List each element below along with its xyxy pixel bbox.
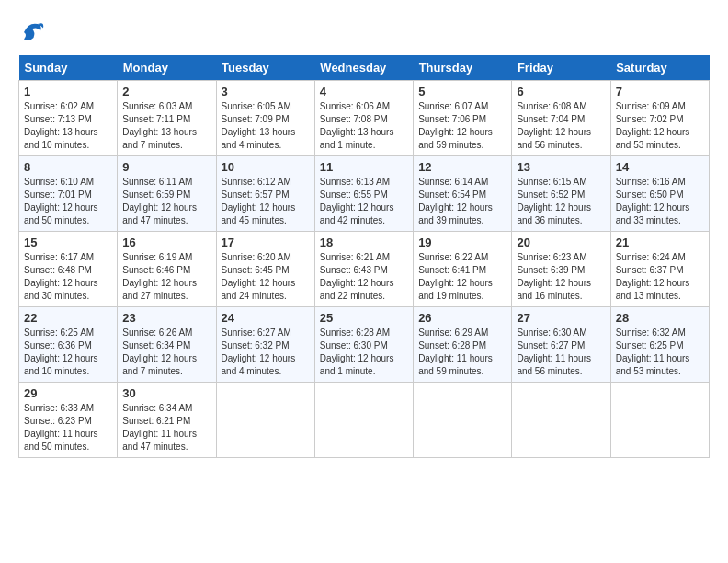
logo xyxy=(18,18,50,46)
calendar-day xyxy=(216,383,314,458)
calendar-day: 20Sunrise: 6:23 AM Sunset: 6:39 PM Dayli… xyxy=(512,232,610,307)
calendar-week-1: 1Sunrise: 6:02 AM Sunset: 7:13 PM Daylig… xyxy=(19,81,710,156)
calendar-week-5: 29Sunrise: 6:33 AM Sunset: 6:23 PM Dayli… xyxy=(19,383,710,458)
day-info: Sunrise: 6:27 AM Sunset: 6:32 PM Dayligh… xyxy=(222,327,310,378)
calendar-day: 17Sunrise: 6:20 AM Sunset: 6:45 PM Dayli… xyxy=(216,232,314,307)
calendar-day: 12Sunrise: 6:14 AM Sunset: 6:54 PM Dayli… xyxy=(414,156,512,232)
calendar-day: 4Sunrise: 6:06 AM Sunset: 7:08 PM Daylig… xyxy=(314,81,413,156)
day-number: 18 xyxy=(320,236,408,249)
day-number: 26 xyxy=(418,311,506,325)
day-number: 6 xyxy=(517,85,605,98)
calendar-week-3: 15Sunrise: 6:17 AM Sunset: 6:48 PM Dayli… xyxy=(19,232,710,307)
day-info: Sunrise: 6:12 AM Sunset: 6:57 PM Dayligh… xyxy=(222,176,310,227)
day-number: 13 xyxy=(517,160,605,174)
day-number: 19 xyxy=(418,236,506,249)
day-number: 8 xyxy=(24,160,112,174)
calendar-day: 2Sunrise: 6:03 AM Sunset: 7:11 PM Daylig… xyxy=(118,81,216,156)
day-number: 25 xyxy=(320,311,408,325)
day-info: Sunrise: 6:15 AM Sunset: 6:52 PM Dayligh… xyxy=(517,176,605,227)
column-header-saturday: Saturday xyxy=(610,55,709,81)
day-info: Sunrise: 6:13 AM Sunset: 6:55 PM Dayligh… xyxy=(320,176,408,227)
calendar-day: 13Sunrise: 6:15 AM Sunset: 6:52 PM Dayli… xyxy=(512,156,610,232)
calendar-day: 10Sunrise: 6:12 AM Sunset: 6:57 PM Dayli… xyxy=(216,156,314,232)
day-info: Sunrise: 6:19 AM Sunset: 6:46 PM Dayligh… xyxy=(122,251,210,303)
day-number: 29 xyxy=(24,386,112,400)
day-number: 3 xyxy=(222,85,310,98)
calendar-day: 6Sunrise: 6:08 AM Sunset: 7:04 PM Daylig… xyxy=(512,81,610,156)
calendar-header: SundayMondayTuesdayWednesdayThursdayFrid… xyxy=(19,55,710,81)
day-info: Sunrise: 6:10 AM Sunset: 7:01 PM Dayligh… xyxy=(24,176,112,227)
column-header-tuesday: Tuesday xyxy=(216,55,314,81)
calendar-day: 23Sunrise: 6:26 AM Sunset: 6:34 PM Dayli… xyxy=(118,307,216,383)
day-info: Sunrise: 6:05 AM Sunset: 7:09 PM Dayligh… xyxy=(222,100,310,152)
column-header-thursday: Thursday xyxy=(414,55,512,81)
day-number: 20 xyxy=(517,236,605,249)
day-number: 22 xyxy=(24,311,112,325)
calendar-day: 15Sunrise: 6:17 AM Sunset: 6:48 PM Dayli… xyxy=(19,232,118,307)
column-header-wednesday: Wednesday xyxy=(314,55,413,81)
day-info: Sunrise: 6:24 AM Sunset: 6:37 PM Dayligh… xyxy=(616,251,704,303)
day-info: Sunrise: 6:21 AM Sunset: 6:43 PM Dayligh… xyxy=(320,251,408,303)
calendar-table: SundayMondayTuesdayWednesdayThursdayFrid… xyxy=(18,55,710,458)
calendar-day: 21Sunrise: 6:24 AM Sunset: 6:37 PM Dayli… xyxy=(610,232,709,307)
day-info: Sunrise: 6:16 AM Sunset: 6:50 PM Dayligh… xyxy=(616,176,704,227)
day-number: 9 xyxy=(122,160,210,174)
column-header-sunday: Sunday xyxy=(19,55,118,81)
day-info: Sunrise: 6:23 AM Sunset: 6:39 PM Dayligh… xyxy=(517,251,605,303)
logo-bird-icon xyxy=(18,18,46,46)
page-header xyxy=(18,18,710,46)
calendar-day: 25Sunrise: 6:28 AM Sunset: 6:30 PM Dayli… xyxy=(314,307,413,383)
day-info: Sunrise: 6:30 AM Sunset: 6:27 PM Dayligh… xyxy=(517,327,605,378)
day-number: 14 xyxy=(616,160,704,174)
day-number: 23 xyxy=(122,311,210,325)
calendar-day: 5Sunrise: 6:07 AM Sunset: 7:06 PM Daylig… xyxy=(414,81,512,156)
calendar-week-4: 22Sunrise: 6:25 AM Sunset: 6:36 PM Dayli… xyxy=(19,307,710,383)
day-number: 10 xyxy=(222,160,310,174)
calendar-day: 26Sunrise: 6:29 AM Sunset: 6:28 PM Dayli… xyxy=(414,307,512,383)
calendar-day: 29Sunrise: 6:33 AM Sunset: 6:23 PM Dayli… xyxy=(19,383,118,458)
calendar-day: 14Sunrise: 6:16 AM Sunset: 6:50 PM Dayli… xyxy=(610,156,709,232)
day-number: 11 xyxy=(320,160,408,174)
calendar-day: 22Sunrise: 6:25 AM Sunset: 6:36 PM Dayli… xyxy=(19,307,118,383)
day-info: Sunrise: 6:29 AM Sunset: 6:28 PM Dayligh… xyxy=(418,327,506,378)
day-info: Sunrise: 6:34 AM Sunset: 6:21 PM Dayligh… xyxy=(122,402,210,454)
column-header-monday: Monday xyxy=(118,55,216,81)
calendar-week-2: 8Sunrise: 6:10 AM Sunset: 7:01 PM Daylig… xyxy=(19,156,710,232)
day-number: 17 xyxy=(222,236,310,249)
day-info: Sunrise: 6:07 AM Sunset: 7:06 PM Dayligh… xyxy=(418,100,506,152)
header-row: SundayMondayTuesdayWednesdayThursdayFrid… xyxy=(19,55,710,81)
calendar-day: 1Sunrise: 6:02 AM Sunset: 7:13 PM Daylig… xyxy=(19,81,118,156)
calendar-day: 28Sunrise: 6:32 AM Sunset: 6:25 PM Dayli… xyxy=(610,307,709,383)
day-number: 21 xyxy=(616,236,704,249)
calendar-day xyxy=(314,383,413,458)
calendar-day: 24Sunrise: 6:27 AM Sunset: 6:32 PM Dayli… xyxy=(216,307,314,383)
day-info: Sunrise: 6:33 AM Sunset: 6:23 PM Dayligh… xyxy=(24,402,112,454)
calendar-day: 30Sunrise: 6:34 AM Sunset: 6:21 PM Dayli… xyxy=(118,383,216,458)
day-number: 16 xyxy=(122,236,210,249)
day-number: 24 xyxy=(222,311,310,325)
calendar-day: 3Sunrise: 6:05 AM Sunset: 7:09 PM Daylig… xyxy=(216,81,314,156)
day-number: 4 xyxy=(320,85,408,98)
calendar-day: 19Sunrise: 6:22 AM Sunset: 6:41 PM Dayli… xyxy=(414,232,512,307)
calendar-day: 8Sunrise: 6:10 AM Sunset: 7:01 PM Daylig… xyxy=(19,156,118,232)
calendar-day xyxy=(512,383,610,458)
day-info: Sunrise: 6:32 AM Sunset: 6:25 PM Dayligh… xyxy=(616,327,704,378)
calendar-day: 7Sunrise: 6:09 AM Sunset: 7:02 PM Daylig… xyxy=(610,81,709,156)
day-number: 2 xyxy=(122,85,210,98)
day-info: Sunrise: 6:17 AM Sunset: 6:48 PM Dayligh… xyxy=(24,251,112,303)
calendar-day: 16Sunrise: 6:19 AM Sunset: 6:46 PM Dayli… xyxy=(118,232,216,307)
day-info: Sunrise: 6:02 AM Sunset: 7:13 PM Dayligh… xyxy=(24,100,112,152)
day-info: Sunrise: 6:11 AM Sunset: 6:59 PM Dayligh… xyxy=(122,176,210,227)
day-info: Sunrise: 6:09 AM Sunset: 7:02 PM Dayligh… xyxy=(616,100,704,152)
day-info: Sunrise: 6:03 AM Sunset: 7:11 PM Dayligh… xyxy=(122,100,210,152)
day-info: Sunrise: 6:08 AM Sunset: 7:04 PM Dayligh… xyxy=(517,100,605,152)
day-number: 28 xyxy=(616,311,704,325)
day-info: Sunrise: 6:06 AM Sunset: 7:08 PM Dayligh… xyxy=(320,100,408,152)
day-number: 15 xyxy=(24,236,112,249)
day-number: 30 xyxy=(122,386,210,400)
day-number: 5 xyxy=(418,85,506,98)
day-number: 7 xyxy=(616,85,704,98)
calendar-day xyxy=(414,383,512,458)
day-info: Sunrise: 6:22 AM Sunset: 6:41 PM Dayligh… xyxy=(418,251,506,303)
day-info: Sunrise: 6:20 AM Sunset: 6:45 PM Dayligh… xyxy=(222,251,310,303)
